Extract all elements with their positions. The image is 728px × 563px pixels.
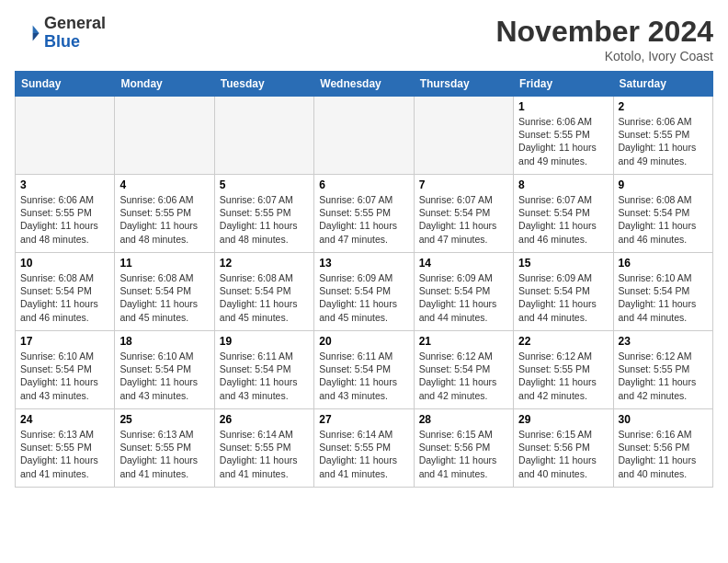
calendar-cell: 12Sunrise: 6:08 AM Sunset: 5:54 PM Dayli…: [214, 253, 313, 331]
calendar-cell: 21Sunrise: 6:12 AM Sunset: 5:54 PM Dayli…: [414, 331, 513, 409]
calendar-cell: 25Sunrise: 6:13 AM Sunset: 5:55 PM Dayli…: [115, 409, 214, 488]
day-number: 17: [20, 335, 109, 348]
calendar-cell: 1Sunrise: 6:06 AM Sunset: 5:55 PM Daylig…: [514, 97, 613, 175]
day-info: Sunrise: 6:16 AM Sunset: 5:56 PM Dayligh…: [619, 428, 708, 480]
day-number: 23: [619, 335, 708, 348]
logo-general-text: General: [44, 15, 106, 33]
calendar-cell: 15Sunrise: 6:09 AM Sunset: 5:54 PM Dayli…: [514, 253, 613, 331]
day-number: 29: [518, 413, 608, 426]
page-header: General Blue November 2024 Kotolo, Ivory…: [15, 15, 713, 63]
calendar-cell: 24Sunrise: 6:13 AM Sunset: 5:55 PM Dayli…: [16, 409, 115, 488]
logo: General Blue: [15, 15, 106, 52]
day-info: Sunrise: 6:06 AM Sunset: 5:55 PM Dayligh…: [20, 193, 109, 246]
calendar-cell: 19Sunrise: 6:11 AM Sunset: 5:54 PM Dayli…: [214, 331, 313, 409]
location: Kotolo, Ivory Coast: [495, 49, 713, 63]
day-number: 22: [518, 335, 608, 348]
day-number: 1: [518, 100, 608, 113]
calendar-cell: [115, 97, 214, 175]
weekday-header-tuesday: Tuesday: [214, 72, 313, 97]
day-number: 4: [119, 178, 209, 191]
calendar-cell: 2Sunrise: 6:06 AM Sunset: 5:55 PM Daylig…: [613, 97, 712, 175]
day-number: 21: [419, 335, 508, 348]
day-info: Sunrise: 6:15 AM Sunset: 5:56 PM Dayligh…: [518, 428, 608, 480]
day-info: Sunrise: 6:13 AM Sunset: 5:55 PM Dayligh…: [119, 428, 209, 480]
calendar-cell: 22Sunrise: 6:12 AM Sunset: 5:55 PM Dayli…: [514, 331, 613, 409]
day-number: 5: [220, 178, 309, 191]
week-row-4: 17Sunrise: 6:10 AM Sunset: 5:54 PM Dayli…: [16, 331, 713, 409]
day-info: Sunrise: 6:06 AM Sunset: 5:55 PM Dayligh…: [119, 193, 209, 246]
day-info: Sunrise: 6:12 AM Sunset: 5:55 PM Dayligh…: [518, 350, 608, 402]
day-number: 19: [220, 335, 309, 348]
calendar-cell: 17Sunrise: 6:10 AM Sunset: 5:54 PM Dayli…: [16, 331, 115, 409]
day-info: Sunrise: 6:09 AM Sunset: 5:54 PM Dayligh…: [419, 271, 508, 324]
day-number: 9: [619, 178, 708, 191]
day-number: 16: [619, 257, 708, 270]
day-number: 18: [119, 335, 209, 348]
day-number: 28: [419, 413, 508, 426]
day-number: 15: [518, 257, 608, 270]
week-row-3: 10Sunrise: 6:08 AM Sunset: 5:54 PM Dayli…: [16, 253, 713, 331]
week-row-2: 3Sunrise: 6:06 AM Sunset: 5:55 PM Daylig…: [16, 175, 713, 253]
calendar-cell: 4Sunrise: 6:06 AM Sunset: 5:55 PM Daylig…: [115, 175, 214, 253]
day-number: 3: [20, 178, 109, 191]
day-number: 12: [220, 257, 309, 270]
calendar-cell: 10Sunrise: 6:08 AM Sunset: 5:54 PM Dayli…: [16, 253, 115, 331]
day-number: 6: [319, 178, 408, 191]
weekday-header-wednesday: Wednesday: [314, 72, 414, 97]
calendar-cell: [214, 97, 313, 175]
calendar-cell: 23Sunrise: 6:12 AM Sunset: 5:55 PM Dayli…: [613, 331, 712, 409]
calendar-cell: 30Sunrise: 6:16 AM Sunset: 5:56 PM Dayli…: [613, 409, 712, 488]
day-info: Sunrise: 6:06 AM Sunset: 5:55 PM Dayligh…: [518, 115, 608, 167]
calendar-cell: 26Sunrise: 6:14 AM Sunset: 5:55 PM Dayli…: [214, 409, 313, 488]
calendar-cell: 28Sunrise: 6:15 AM Sunset: 5:56 PM Dayli…: [414, 409, 513, 488]
svg-marker-1: [33, 33, 40, 40]
day-info: Sunrise: 6:15 AM Sunset: 5:56 PM Dayligh…: [419, 428, 508, 480]
logo-icon: [15, 20, 40, 46]
calendar-cell: 9Sunrise: 6:08 AM Sunset: 5:54 PM Daylig…: [613, 175, 712, 253]
day-number: 25: [119, 413, 209, 426]
calendar-cell: [314, 97, 414, 175]
day-info: Sunrise: 6:14 AM Sunset: 5:55 PM Dayligh…: [220, 428, 309, 480]
logo-blue-text: Blue: [44, 33, 106, 52]
weekday-header-friday: Friday: [514, 72, 613, 97]
day-number: 20: [319, 335, 408, 348]
calendar-cell: [414, 97, 513, 175]
calendar-cell: 3Sunrise: 6:06 AM Sunset: 5:55 PM Daylig…: [16, 175, 115, 253]
day-info: Sunrise: 6:08 AM Sunset: 5:54 PM Dayligh…: [619, 193, 708, 246]
day-number: 26: [220, 413, 309, 426]
day-number: 11: [119, 257, 209, 270]
calendar-cell: 8Sunrise: 6:07 AM Sunset: 5:54 PM Daylig…: [514, 175, 613, 253]
calendar-cell: 16Sunrise: 6:10 AM Sunset: 5:54 PM Dayli…: [613, 253, 712, 331]
calendar-cell: 27Sunrise: 6:14 AM Sunset: 5:55 PM Dayli…: [314, 409, 414, 488]
calendar-cell: 11Sunrise: 6:08 AM Sunset: 5:54 PM Dayli…: [115, 253, 214, 331]
calendar-cell: 13Sunrise: 6:09 AM Sunset: 5:54 PM Dayli…: [314, 253, 414, 331]
day-number: 10: [20, 257, 109, 270]
calendar-cell: 18Sunrise: 6:10 AM Sunset: 5:54 PM Dayli…: [115, 331, 214, 409]
calendar-cell: 20Sunrise: 6:11 AM Sunset: 5:54 PM Dayli…: [314, 331, 414, 409]
day-number: 14: [419, 257, 508, 270]
day-info: Sunrise: 6:08 AM Sunset: 5:54 PM Dayligh…: [20, 271, 109, 324]
day-info: Sunrise: 6:08 AM Sunset: 5:54 PM Dayligh…: [220, 271, 309, 324]
day-number: 27: [319, 413, 408, 426]
calendar-cell: 7Sunrise: 6:07 AM Sunset: 5:54 PM Daylig…: [414, 175, 513, 253]
day-info: Sunrise: 6:11 AM Sunset: 5:54 PM Dayligh…: [220, 350, 309, 402]
day-info: Sunrise: 6:14 AM Sunset: 5:55 PM Dayligh…: [319, 428, 408, 480]
title-block: November 2024 Kotolo, Ivory Coast: [495, 15, 713, 63]
day-info: Sunrise: 6:06 AM Sunset: 5:55 PM Dayligh…: [619, 115, 708, 167]
day-info: Sunrise: 6:12 AM Sunset: 5:54 PM Dayligh…: [419, 350, 508, 402]
calendar-cell: [16, 97, 115, 175]
weekday-header-sunday: Sunday: [16, 72, 115, 97]
day-info: Sunrise: 6:10 AM Sunset: 5:54 PM Dayligh…: [119, 350, 209, 402]
day-info: Sunrise: 6:11 AM Sunset: 5:54 PM Dayligh…: [319, 350, 408, 402]
day-info: Sunrise: 6:08 AM Sunset: 5:54 PM Dayligh…: [119, 271, 209, 324]
weekday-header-thursday: Thursday: [414, 72, 513, 97]
week-row-1: 1Sunrise: 6:06 AM Sunset: 5:55 PM Daylig…: [16, 97, 713, 175]
day-info: Sunrise: 6:07 AM Sunset: 5:54 PM Dayligh…: [518, 193, 608, 246]
day-info: Sunrise: 6:09 AM Sunset: 5:54 PM Dayligh…: [518, 271, 608, 324]
calendar-cell: 6Sunrise: 6:07 AM Sunset: 5:55 PM Daylig…: [314, 175, 414, 253]
day-info: Sunrise: 6:07 AM Sunset: 5:55 PM Dayligh…: [220, 193, 309, 246]
week-row-5: 24Sunrise: 6:13 AM Sunset: 5:55 PM Dayli…: [16, 409, 713, 488]
month-title: November 2024: [495, 15, 713, 49]
day-number: 7: [419, 178, 508, 191]
day-info: Sunrise: 6:10 AM Sunset: 5:54 PM Dayligh…: [619, 271, 708, 324]
